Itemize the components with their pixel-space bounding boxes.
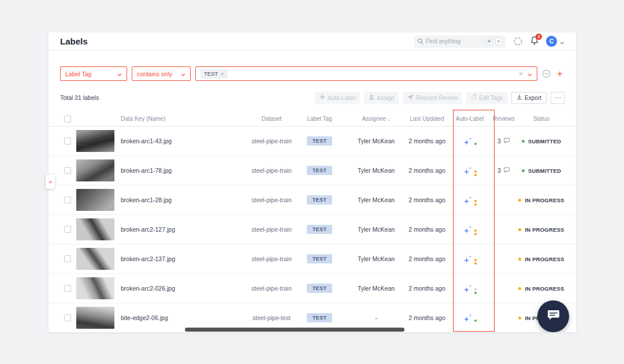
filter-operator-select[interactable]: contains only bbox=[132, 66, 191, 81]
notifications-button[interactable]: 3 bbox=[530, 36, 538, 47]
auto-label-sparkle-icon bbox=[463, 284, 472, 293]
assignee-cell: Tyler McKean bbox=[347, 285, 405, 292]
sparkle-icon bbox=[320, 94, 325, 101]
auto-label-cell[interactable] bbox=[449, 225, 491, 234]
thumbnail-image[interactable] bbox=[76, 189, 114, 211]
thumbnail-image[interactable] bbox=[76, 307, 114, 329]
auto-label-sparkle-icon bbox=[463, 225, 472, 234]
sort-desc-icon: ↓ bbox=[388, 116, 391, 122]
data-key-cell[interactable]: broken-arc1-43.jpg bbox=[121, 138, 251, 144]
filter-value-select[interactable]: TEST × × bbox=[195, 66, 537, 81]
add-filter-button[interactable]: + bbox=[555, 69, 564, 79]
search-input[interactable] bbox=[426, 38, 483, 44]
table-row[interactable]: broken-arc1-78.jpg steel-pipe-train TEST… bbox=[49, 156, 576, 185]
data-key-cell[interactable]: broken-arc1-78.jpg bbox=[121, 167, 251, 174]
thumbnail-image[interactable] bbox=[76, 218, 114, 240]
data-key-cell[interactable]: broken-arc2-026.jpg bbox=[121, 285, 251, 292]
data-key-cell[interactable]: broken-arc2-127.jpg bbox=[121, 226, 251, 233]
chevron-down-icon bbox=[117, 70, 122, 77]
table-header-row: Data Key (Name) Dataset Label Tag Assign… bbox=[49, 112, 576, 127]
column-dataset[interactable]: Dataset bbox=[251, 116, 292, 122]
global-search[interactable]: ⌘ K bbox=[414, 35, 506, 48]
thumbnail-image[interactable] bbox=[76, 159, 114, 181]
auto-label-button[interactable]: Auto-Label bbox=[315, 92, 360, 104]
dataset-cell: steel-pipe-train bbox=[251, 196, 292, 203]
table-row[interactable]: broken-arc2-127.jpg steel-pipe-train TES… bbox=[49, 215, 576, 244]
edit-tags-button[interactable]: Edit Tags bbox=[466, 92, 507, 104]
dataset-cell: steel-pipe-train bbox=[251, 226, 292, 233]
row-checkbox[interactable] bbox=[64, 285, 71, 292]
select-all-checkbox[interactable] bbox=[64, 116, 71, 122]
last-updated-cell: 2 months ago bbox=[405, 314, 449, 321]
reviews-cell[interactable]: 3 bbox=[491, 165, 517, 176]
chip-remove-icon[interactable]: × bbox=[221, 71, 224, 77]
request-review-button[interactable]: Request Review bbox=[403, 92, 462, 104]
last-updated-cell: 2 months ago bbox=[405, 285, 449, 292]
thumbnail-image[interactable] bbox=[76, 248, 114, 270]
clear-filter-icon[interactable]: × bbox=[519, 70, 523, 78]
column-label-tag[interactable]: Label Tag bbox=[292, 116, 347, 122]
remove-filter-row-button[interactable] bbox=[542, 69, 551, 78]
last-updated-cell: 2 months ago bbox=[405, 138, 449, 144]
table-row[interactable]: broken-arc2-026.jpg steel-pipe-train TES… bbox=[49, 274, 576, 303]
auto-label-sparkle-icon bbox=[463, 196, 472, 205]
export-button[interactable]: Export bbox=[511, 92, 547, 104]
column-reviews[interactable]: Reviews bbox=[491, 116, 517, 122]
page-title: Labels bbox=[60, 36, 88, 46]
auto-label-cell[interactable] bbox=[449, 255, 491, 263]
data-key-cell[interactable]: bite-edge2-06.jpg bbox=[121, 314, 251, 321]
filter-bar: Label Tag contains only TEST × × bbox=[60, 66, 564, 81]
row-checkbox[interactable] bbox=[64, 255, 71, 262]
row-checkbox[interactable] bbox=[64, 167, 71, 174]
cmd-key-icon: ⌘ bbox=[485, 38, 493, 45]
auto-label-cell[interactable] bbox=[449, 166, 491, 175]
status-cell: IN PROGRESS bbox=[517, 197, 566, 203]
row-checkbox[interactable] bbox=[64, 226, 71, 233]
row-checkbox[interactable] bbox=[64, 138, 71, 144]
status-label: IN PROGRESS bbox=[525, 285, 564, 292]
account-menu[interactable]: C bbox=[546, 36, 564, 47]
download-icon bbox=[517, 94, 522, 101]
status-dot bbox=[522, 140, 525, 143]
thumbnail-image[interactable] bbox=[76, 277, 114, 299]
status-cell: IN PROGRESS bbox=[517, 226, 566, 233]
row-checkbox[interactable] bbox=[64, 196, 71, 203]
column-assignee[interactable]: Assignee ↓ bbox=[347, 116, 405, 122]
table-row[interactable]: broken-arc2-137.jpg steel-pipe-train TES… bbox=[49, 244, 576, 274]
horizontal-scrollbar[interactable] bbox=[185, 328, 404, 332]
label-tag-chip: TEST bbox=[307, 166, 333, 175]
table-row[interactable]: broken-arc1-28.jpg steel-pipe-train TEST… bbox=[49, 185, 576, 215]
status-label: SUBMITTED bbox=[528, 168, 561, 174]
more-actions-button[interactable]: ⋯ bbox=[551, 92, 564, 104]
auto-label-cell[interactable] bbox=[449, 284, 491, 293]
label-tag-chip: TEST bbox=[307, 313, 333, 322]
search-icon bbox=[417, 36, 424, 47]
thumbnail-image[interactable] bbox=[76, 130, 114, 152]
auto-label-cell[interactable] bbox=[449, 196, 491, 205]
data-key-cell[interactable]: broken-arc1-28.jpg bbox=[121, 196, 251, 203]
column-auto-label[interactable]: Auto-Label bbox=[449, 116, 491, 122]
comment-icon bbox=[503, 165, 510, 176]
row-checkbox[interactable] bbox=[64, 314, 71, 321]
column-status[interactable]: Status bbox=[517, 116, 566, 122]
column-last-updated[interactable]: Last Updated bbox=[405, 116, 449, 122]
auto-label-cell[interactable] bbox=[449, 137, 491, 146]
last-updated-cell: 2 months ago bbox=[405, 196, 449, 203]
data-key-cell[interactable]: broken-arc2-137.jpg bbox=[121, 255, 251, 262]
status-label: IN PROGRESS bbox=[525, 256, 564, 262]
dataset-cell: steel-pipe-train bbox=[251, 167, 292, 174]
status-dot bbox=[518, 317, 521, 320]
auto-label-cell[interactable] bbox=[449, 314, 491, 322]
column-data-key[interactable]: Data Key (Name) bbox=[121, 116, 251, 122]
expand-sidebar-button[interactable]: » bbox=[46, 174, 55, 189]
dataset-cell: steel-pipe-train bbox=[251, 138, 292, 144]
label-tag-chip: TEST bbox=[307, 195, 333, 205]
label-tag-chip: TEST bbox=[307, 284, 333, 293]
table-row[interactable]: broken-arc1-43.jpg steel-pipe-train TEST… bbox=[49, 127, 576, 156]
assign-button[interactable]: Assign bbox=[364, 92, 399, 104]
auto-label-sparkle-icon bbox=[463, 255, 472, 263]
reviews-cell[interactable]: 3 bbox=[491, 136, 517, 146]
filter-field-select[interactable]: Label Tag bbox=[60, 66, 127, 81]
filter-value-chip: TEST × bbox=[200, 69, 228, 79]
chat-launcher-button[interactable] bbox=[537, 300, 569, 332]
